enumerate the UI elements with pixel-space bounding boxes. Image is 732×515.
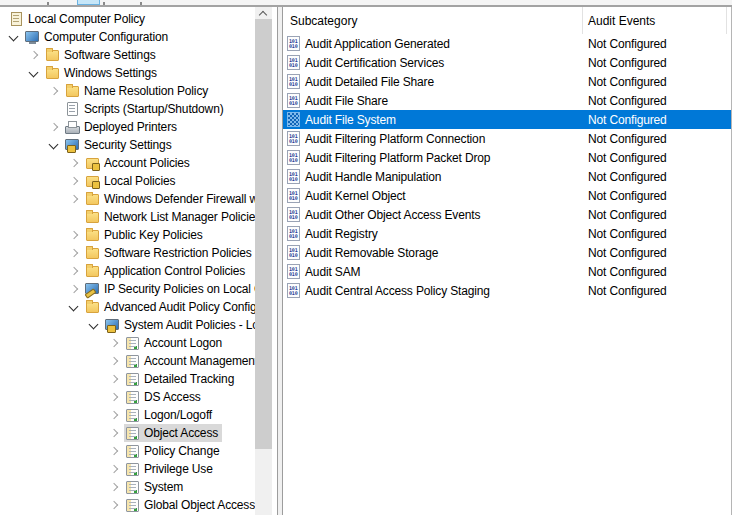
expand-chevron-icon[interactable]	[106, 461, 122, 477]
list-item[interactable]: Audit Registry Not Configured	[283, 224, 731, 243]
subcategory-label: Audit Kernel Object	[305, 189, 406, 203]
tree-item-label: Network List Manager Policies	[104, 210, 261, 224]
tree-item[interactable]: Scripts (Startup/Shutdown)	[0, 100, 277, 118]
tree-item-label: Name Resolution Policy	[84, 84, 208, 98]
tree-scrollbar[interactable]	[255, 7, 272, 515]
expand-chevron-icon[interactable]	[106, 425, 122, 441]
tree-item[interactable]: Global Object Access A	[0, 496, 277, 514]
list-item[interactable]: Audit Removable Storage Not Configured	[283, 243, 731, 262]
list-item[interactable]: Audit Kernel Object Not Configured	[283, 186, 731, 205]
collapse-chevron-icon[interactable]	[26, 65, 42, 81]
tree-item[interactable]: Local Policies	[0, 172, 277, 190]
tree-item[interactable]: Local Computer Policy	[0, 10, 277, 28]
list-item-selected[interactable]: Audit File System Not Configured	[283, 110, 731, 129]
expand-chevron-icon[interactable]	[66, 155, 82, 171]
folder-icon	[85, 192, 100, 206]
subcategory-cell: Audit Registry	[283, 226, 583, 241]
expand-chevron-icon[interactable]	[46, 119, 62, 135]
tree-item-selection: IP Security Policies on Local C	[84, 280, 267, 298]
tree-item[interactable]: Public Key Policies	[0, 226, 277, 244]
printer-icon	[65, 120, 80, 134]
scrollbar-thumb[interactable]	[255, 19, 272, 449]
tree-item[interactable]: Account Logon	[0, 334, 277, 352]
expand-chevron-icon[interactable]	[66, 191, 82, 207]
tree-item[interactable]: Software Settings	[0, 46, 277, 64]
scroll-icon	[9, 12, 24, 26]
expand-chevron-icon[interactable]	[106, 479, 122, 495]
list-item[interactable]: Audit SAM Not Configured	[283, 262, 731, 281]
expand-chevron-icon[interactable]	[106, 443, 122, 459]
collapse-chevron-icon[interactable]	[66, 299, 82, 315]
collapse-chevron-icon[interactable]	[46, 137, 62, 153]
expand-chevron-icon[interactable]	[106, 407, 122, 423]
audit-events-cell: Not Configured	[583, 284, 667, 298]
tree-item[interactable]: Name Resolution Policy	[0, 82, 277, 100]
expand-chevron-icon[interactable]	[66, 227, 82, 243]
tree-item[interactable]: Logon/Logoff	[0, 406, 277, 424]
expand-chevron-icon[interactable]	[66, 245, 82, 261]
tree-item[interactable]: IP Security Policies on Local C	[0, 280, 277, 298]
tree-item[interactable]: Windows Defender Firewall wi	[0, 190, 277, 208]
audit-subcategory-icon	[287, 207, 300, 222]
folder-icon	[85, 228, 100, 242]
list-item[interactable]: Audit Application Generated Not Configur…	[283, 34, 731, 53]
expand-chevron-icon[interactable]	[106, 335, 122, 351]
collapse-chevron-icon[interactable]	[86, 317, 102, 333]
expand-chevron-icon[interactable]	[106, 353, 122, 369]
expand-chevron-icon[interactable]	[106, 371, 122, 387]
toolbar-icon-fragment	[103, 2, 105, 5]
audit-events-cell: Not Configured	[583, 227, 667, 241]
column-header-audit-events[interactable]: Audit Events	[583, 7, 727, 34]
tree-item-label: DS Access	[144, 390, 201, 404]
tree-item-label: Computer Configuration	[44, 30, 168, 44]
expand-chevron-icon[interactable]	[26, 47, 42, 63]
list-item[interactable]: Audit Handle Manipulation Not Configured	[283, 167, 731, 186]
audit-subcategory-icon	[287, 245, 300, 260]
list-item[interactable]: Audit Filtering Platform Connection Not …	[283, 129, 731, 148]
expand-chevron-icon[interactable]	[106, 497, 122, 513]
expand-chevron-icon[interactable]	[106, 389, 122, 405]
expand-chevron-icon[interactable]	[46, 83, 62, 99]
tree-item[interactable]: Security Settings	[0, 136, 277, 154]
expand-chevron-icon[interactable]	[66, 263, 82, 279]
column-header-subcategory[interactable]: Subcategory	[283, 7, 583, 34]
tree-item[interactable]: Account Management	[0, 352, 277, 370]
expand-chevron-icon[interactable]	[66, 173, 82, 189]
scrollbar-up-button[interactable]	[255, 7, 272, 19]
tree-item[interactable]: System Audit Policies - Lo	[0, 316, 277, 334]
tree-item[interactable]: Application Control Policies	[0, 262, 277, 280]
tree-item-label: Privilege Use	[144, 462, 213, 476]
tree-item[interactable]: Deployed Printers	[0, 118, 277, 136]
tree-item[interactable]: Advanced Audit Policy Config	[0, 298, 277, 316]
tree-item[interactable]: Computer Configuration	[0, 28, 277, 46]
list-item[interactable]: Audit Central Access Policy Staging Not …	[283, 281, 731, 300]
collapse-chevron-icon[interactable]	[6, 29, 22, 45]
subcategory-cell: Audit Certification Services	[283, 55, 583, 70]
list-item[interactable]: Audit Filtering Platform Packet Drop Not…	[283, 148, 731, 167]
tree-item-label: System	[144, 480, 183, 494]
expand-chevron-icon[interactable]	[66, 281, 82, 297]
audit-category-icon	[125, 498, 140, 512]
audit-events-cell: Not Configured	[583, 94, 667, 108]
tree-item[interactable]: System	[0, 478, 277, 496]
list-item[interactable]: Audit Detailed File Share Not Configured	[283, 72, 731, 91]
tree-item[interactable]: Detailed Tracking	[0, 370, 277, 388]
list-item[interactable]: Audit Other Object Access Events Not Con…	[283, 205, 731, 224]
tree-item[interactable]: Software Restriction Policies	[0, 244, 277, 262]
tree-item[interactable]: DS Access	[0, 388, 277, 406]
audit-category-icon	[125, 444, 140, 458]
toolbar-active-button-fragment[interactable]	[77, 0, 100, 5]
list-item[interactable]: Audit File Share Not Configured	[283, 91, 731, 110]
tree-item[interactable]: Windows Settings	[0, 64, 277, 82]
tree-item-selected[interactable]: Object Access	[0, 424, 277, 442]
list-item[interactable]: Audit Certification Services Not Configu…	[283, 53, 731, 72]
folder-icon	[85, 246, 100, 260]
tree-item[interactable]: Policy Change	[0, 442, 277, 460]
tree-item[interactable]: Privilege Use	[0, 460, 277, 478]
script-icon	[65, 102, 80, 116]
subcategory-cell: Audit SAM	[283, 264, 583, 279]
gpedit-window: Local Computer Policy Computer Configura…	[0, 0, 732, 515]
tree-item[interactable]: Network List Manager Policies	[0, 208, 277, 226]
tree-item[interactable]: Account Policies	[0, 154, 277, 172]
subcategory-label: Audit Central Access Policy Staging	[305, 284, 490, 298]
